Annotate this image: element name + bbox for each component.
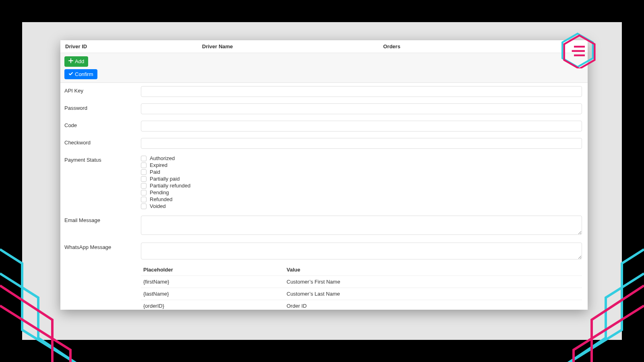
payment-status-option-label: Refunded	[150, 196, 172, 202]
checkbox-icon[interactable]	[141, 176, 147, 182]
password-row: Password	[60, 100, 588, 117]
placeholder-cell: {orderID}	[141, 300, 284, 310]
main-panel: Driver ID Driver Name Orders Add Confirm…	[60, 40, 588, 310]
email-message-row: Email Message	[60, 212, 588, 239]
payment-status-options: AuthorizedExpiredPaidPartially paidParti…	[141, 155, 582, 209]
driver-table-header: Driver ID Driver Name Orders	[60, 40, 588, 53]
table-row: {lastName}Customer’s Last Name	[141, 288, 582, 300]
password-input[interactable]	[141, 103, 582, 114]
checkbox-icon[interactable]	[141, 197, 147, 202]
checkbox-icon[interactable]	[141, 204, 147, 209]
checkword-label: Checkword	[64, 138, 141, 146]
payment-status-option-label: Expired	[150, 162, 167, 168]
payment-status-option[interactable]: Paid	[141, 169, 582, 175]
checkbox-icon[interactable]	[141, 156, 147, 161]
payment-status-option-label: Authorized	[150, 155, 175, 161]
add-button[interactable]: Add	[64, 56, 88, 67]
checkbox-icon[interactable]	[141, 169, 147, 175]
confirm-button[interactable]: Confirm	[64, 69, 97, 80]
code-label: Code	[64, 121, 141, 128]
confirm-button-label: Confirm	[75, 71, 93, 78]
payment-status-option-label: Partially paid	[150, 176, 180, 182]
payment-status-option[interactable]: Partially paid	[141, 176, 582, 182]
email-message-textarea[interactable]	[141, 216, 582, 235]
payment-status-option[interactable]: Refunded	[141, 196, 582, 202]
payment-status-option-label: Pending	[150, 189, 169, 195]
password-label: Password	[64, 103, 141, 111]
code-row: Code	[60, 117, 588, 135]
value-cell: Order ID	[284, 300, 582, 310]
driver-name-header: Driver Name	[202, 43, 383, 49]
check-icon	[68, 71, 73, 78]
checkbox-icon[interactable]	[141, 190, 147, 195]
checkbox-icon[interactable]	[141, 183, 147, 189]
placeholder-table: Placeholder Value {firstName}Customer’s …	[141, 264, 582, 310]
placeholder-cell: {lastName}	[141, 288, 284, 300]
code-input[interactable]	[141, 121, 582, 132]
value-cell: Customer’s First Name	[284, 276, 582, 288]
payment-status-option-label: Paid	[150, 169, 160, 175]
payment-status-option-label: Voided	[150, 203, 166, 209]
payment-status-label: Payment Status	[64, 155, 141, 163]
value-header: Value	[284, 264, 582, 276]
api-key-label: API Key	[64, 86, 141, 94]
payment-status-option-label: Partially refunded	[150, 183, 190, 189]
payment-status-option[interactable]: Partially refunded	[141, 183, 582, 189]
placeholder-cell: {firstName}	[141, 276, 284, 288]
payment-status-row: Payment Status AuthorizedExpiredPaidPart…	[60, 152, 588, 212]
payment-status-option[interactable]: Expired	[141, 162, 582, 168]
email-message-label: Email Message	[64, 216, 141, 223]
api-key-row: API Key	[60, 83, 588, 100]
placeholder-header: Placeholder	[141, 264, 284, 276]
driver-id-header: Driver ID	[65, 43, 202, 49]
whatsapp-message-label: WhatsApp Message	[64, 243, 141, 250]
driver-actions: Add Confirm	[60, 53, 588, 83]
payment-status-option[interactable]: Pending	[141, 189, 582, 195]
table-row: {firstName}Customer’s First Name	[141, 276, 582, 288]
value-cell: Customer’s Last Name	[284, 288, 582, 300]
checkword-row: Checkword	[60, 135, 588, 152]
main-scroll-area[interactable]: Driver ID Driver Name Orders Add Confirm…	[60, 40, 588, 310]
orders-header: Orders	[383, 43, 583, 49]
whatsapp-message-row: WhatsApp Message Placeholder Value {firs…	[60, 239, 588, 310]
checkbox-icon[interactable]	[141, 162, 147, 168]
add-button-label: Add	[75, 58, 84, 65]
api-key-input[interactable]	[141, 86, 582, 97]
plus-icon	[68, 58, 73, 65]
brand-logo-icon	[559, 32, 596, 68]
payment-status-option[interactable]: Authorized	[141, 155, 582, 161]
whatsapp-message-textarea[interactable]	[141, 243, 582, 259]
checkword-input[interactable]	[141, 138, 582, 149]
payment-status-option[interactable]: Voided	[141, 203, 582, 209]
table-row: {orderID}Order ID	[141, 300, 582, 310]
